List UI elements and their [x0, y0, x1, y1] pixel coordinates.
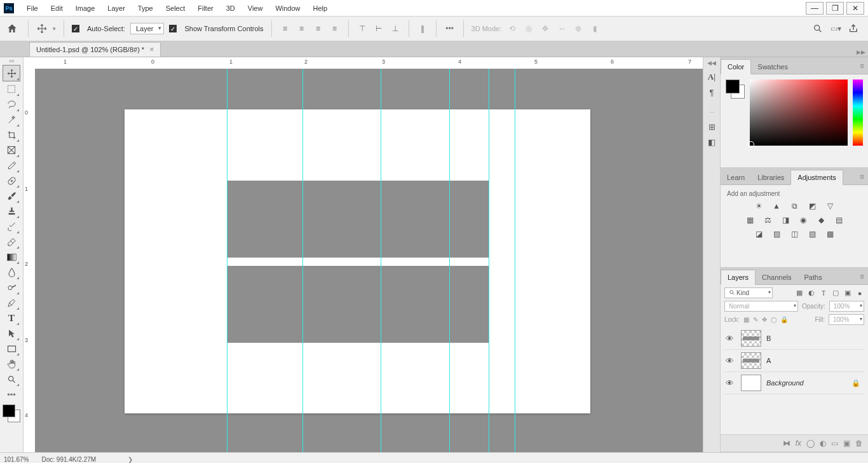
- tab-adjustments[interactable]: Adjustments: [790, 170, 843, 185]
- lock-pixels-icon[interactable]: ▦: [743, 316, 749, 323]
- character-panel-icon[interactable]: A|: [705, 70, 719, 84]
- posterize-icon[interactable]: ▨: [770, 229, 783, 239]
- color-balance-icon[interactable]: ⚖: [761, 215, 774, 225]
- layer-name[interactable]: B: [766, 335, 771, 342]
- align-middle-icon[interactable]: ⊢: [373, 23, 384, 34]
- filter-pixel-icon[interactable]: ▦: [795, 289, 804, 298]
- channel-mixer-icon[interactable]: ◆: [815, 215, 827, 225]
- glyphs-panel-icon[interactable]: ⊞: [705, 120, 719, 134]
- levels-icon[interactable]: ▲: [770, 201, 783, 211]
- guide-line[interactable]: [381, 69, 381, 452]
- layer-mask-icon[interactable]: ◯: [806, 439, 815, 448]
- menu-window[interactable]: Window: [269, 3, 306, 14]
- gradient-tool[interactable]: [3, 249, 20, 265]
- tab-paths[interactable]: Paths: [798, 270, 829, 284]
- ruler-origin[interactable]: [24, 57, 36, 69]
- menu-view[interactable]: View: [241, 3, 269, 14]
- lock-brush-icon[interactable]: ✎: [753, 316, 758, 323]
- tab-learn[interactable]: Learn: [721, 170, 751, 184]
- filter-toggle-icon[interactable]: ●: [855, 289, 864, 298]
- align-center-h-icon[interactable]: ≡: [296, 23, 308, 34]
- horizontal-ruler[interactable]: 101234567: [35, 57, 703, 69]
- more-options-icon[interactable]: •••: [444, 23, 456, 34]
- filter-smart-icon[interactable]: ▣: [843, 289, 852, 298]
- menu-image[interactable]: Image: [69, 3, 102, 14]
- hue-sat-icon[interactable]: ▦: [743, 215, 756, 225]
- fill-combo[interactable]: 100%: [829, 314, 864, 325]
- status-flyout-icon[interactable]: ❯: [128, 456, 133, 463]
- canvas-viewport[interactable]: [35, 69, 703, 452]
- move-tool[interactable]: [3, 65, 20, 81]
- rectangle-tool[interactable]: [3, 341, 20, 356]
- collapse-dock-icon[interactable]: ▶▶: [857, 49, 865, 55]
- eraser-tool[interactable]: [3, 234, 20, 249]
- layer-name[interactable]: A: [766, 357, 771, 364]
- lock-all-icon[interactable]: 🔒: [780, 316, 788, 323]
- menu-3d[interactable]: 3D: [220, 3, 241, 14]
- exposure-icon[interactable]: ◩: [806, 201, 818, 211]
- guide-line[interactable]: [489, 69, 489, 452]
- show-transform-checkbox[interactable]: ✓: [169, 25, 177, 32]
- menu-select[interactable]: Select: [159, 3, 192, 14]
- lock-position-icon[interactable]: ✥: [762, 316, 767, 323]
- bw-icon[interactable]: ◨: [779, 215, 792, 225]
- brush-tool[interactable]: [3, 188, 20, 204]
- invert-icon[interactable]: ◪: [752, 229, 765, 239]
- new-layer-icon[interactable]: ▣: [843, 439, 850, 448]
- align-justify-icon[interactable]: ≡: [329, 23, 341, 34]
- marquee-tool[interactable]: [3, 81, 20, 97]
- healing-tool[interactable]: [3, 173, 20, 188]
- panel-menu-icon[interactable]: ≡: [860, 272, 864, 281]
- tab-channels[interactable]: Channels: [756, 270, 797, 284]
- align-top-icon[interactable]: ⊤: [356, 23, 368, 34]
- tab-color[interactable]: Color: [721, 59, 751, 74]
- layer-fx-icon[interactable]: fx: [796, 439, 801, 448]
- align-left-icon[interactable]: ≡: [280, 23, 291, 34]
- align-bottom-icon[interactable]: ⊥: [390, 23, 401, 34]
- guide-line[interactable]: [449, 69, 450, 452]
- menu-help[interactable]: Help: [307, 3, 334, 14]
- layer-thumbnail[interactable]: [741, 352, 761, 369]
- guide-line[interactable]: [302, 69, 303, 452]
- delete-layer-icon[interactable]: 🗑: [855, 439, 863, 448]
- search-icon[interactable]: [812, 23, 824, 34]
- threshold-icon[interactable]: ◫: [788, 229, 801, 239]
- tab-swatches[interactable]: Swatches: [751, 60, 794, 74]
- blend-mode-combo[interactable]: Normal: [724, 301, 798, 312]
- layer-thumbnail[interactable]: [741, 330, 761, 347]
- eyedropper-tool[interactable]: [3, 158, 20, 173]
- layer-item[interactable]: 👁A: [724, 350, 864, 372]
- frame-tool[interactable]: [3, 142, 20, 158]
- vertical-ruler[interactable]: 01234: [24, 69, 36, 452]
- maximize-button[interactable]: ❐: [826, 2, 844, 15]
- hue-slider[interactable]: [853, 79, 863, 146]
- share-icon[interactable]: [848, 23, 859, 34]
- opacity-combo[interactable]: 100%: [829, 301, 864, 312]
- hand-tool[interactable]: [3, 356, 20, 371]
- zoom-level[interactable]: 101.67%: [4, 456, 29, 463]
- lasso-tool[interactable]: [3, 97, 20, 112]
- filter-type-icon[interactable]: T: [819, 289, 828, 298]
- panel-menu-icon[interactable]: ≡: [860, 62, 864, 71]
- type-tool[interactable]: T: [3, 310, 20, 326]
- align-right-icon[interactable]: ≡: [313, 23, 324, 34]
- link-layers-icon[interactable]: ⧓: [783, 439, 790, 448]
- tab-layers[interactable]: Layers: [721, 270, 756, 285]
- curves-icon[interactable]: ⧉: [788, 201, 801, 211]
- color-fg-bg-swatch[interactable]: [726, 79, 745, 99]
- vibrance-icon[interactable]: ▽: [824, 201, 836, 211]
- pen-tool[interactable]: [3, 295, 20, 310]
- path-select-tool[interactable]: [3, 326, 20, 341]
- minimize-button[interactable]: —: [806, 2, 824, 15]
- gradient-map-icon[interactable]: ▧: [806, 229, 818, 239]
- document-tab[interactable]: Untitled-1.psd @ 102% (RGB/8#) * ×: [29, 42, 161, 57]
- filter-adjust-icon[interactable]: ◐: [807, 289, 816, 298]
- foreground-background-swatch[interactable]: [3, 404, 20, 422]
- visibility-icon[interactable]: 👁: [726, 334, 736, 343]
- crop-tool[interactable]: [3, 127, 20, 142]
- guide-line[interactable]: [227, 69, 227, 452]
- photo-filter-icon[interactable]: ◉: [797, 215, 810, 225]
- zoom-tool[interactable]: [3, 371, 20, 387]
- tab-libraries[interactable]: Libraries: [751, 170, 790, 184]
- menu-type[interactable]: Type: [132, 3, 159, 14]
